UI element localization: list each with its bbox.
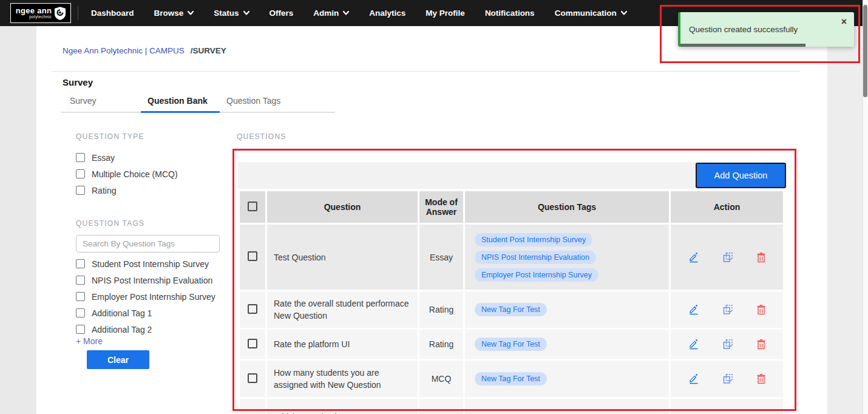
nav-item-label: My Profile [426, 8, 465, 18]
checkbox[interactable] [76, 259, 85, 268]
checkbox[interactable] [76, 292, 85, 301]
filter-tag-npis-post-internship-evaluation[interactable]: NPIS Post Internship Evaluation [76, 272, 215, 288]
duplicate-button[interactable] [722, 373, 733, 384]
breadcrumb: Ngee Ann Polytechnic | CAMPUS /SURVEY [63, 46, 226, 55]
question-tags: New Tag For Test [475, 338, 669, 351]
delete-button[interactable] [756, 304, 766, 315]
nav-item-label: Analytics [369, 8, 405, 18]
edit-button[interactable] [688, 373, 699, 384]
scrollbar-thumb[interactable] [863, 5, 867, 97]
trash-icon [756, 373, 766, 384]
header-divider [52, 71, 800, 72]
table-row: Test QuestionEssayStudent Post Internshi… [240, 225, 783, 290]
checkbox[interactable] [76, 325, 85, 334]
edit-button[interactable] [688, 304, 699, 315]
question-text: Which organization you are New Question [267, 399, 418, 414]
tag-pill: New Tag For Test [475, 338, 547, 351]
copy-icon [722, 304, 733, 315]
duplicate-button[interactable] [722, 252, 733, 263]
tab-survey[interactable]: Survey [70, 96, 97, 106]
table-row: Which organization you are New QuestionM… [240, 399, 783, 414]
duplicate-button[interactable] [722, 339, 733, 350]
trash-icon [756, 252, 766, 263]
copy-icon [722, 252, 733, 263]
close-icon[interactable]: × [841, 16, 847, 27]
question-text: Test Question [267, 225, 418, 290]
filter-tag-student-post-internship-survey[interactable]: Student Post Internship Survey [76, 256, 215, 272]
question-text: Rate the overall student performace New … [267, 291, 418, 328]
checkbox[interactable] [76, 308, 85, 317]
delete-button[interactable] [756, 373, 766, 384]
edit-button[interactable] [688, 252, 699, 263]
toast-progress-bar [680, 44, 805, 47]
filter-type-essay[interactable]: Essay [76, 149, 178, 166]
question-tags: New Tag For Test [475, 303, 669, 316]
column-header-question: Question [267, 191, 418, 223]
logo-line1: ngee ann [16, 7, 52, 15]
logo-text: ngee ann polytechnic [16, 7, 52, 19]
row-actions [671, 373, 783, 384]
nav-item-communication[interactable]: Communication [555, 8, 627, 18]
tag-pill: Employer Post Internship Survey [475, 268, 598, 282]
column-header-tags: Question Tags [465, 191, 669, 223]
tab-question-tags[interactable]: Question Tags [226, 96, 280, 106]
row-actions [671, 252, 783, 263]
nav-item-notifications[interactable]: Notifications [485, 8, 535, 18]
edit-button[interactable] [688, 339, 699, 350]
table-row: Rate the platform UIRatingNew Tag For Te… [240, 330, 783, 359]
toast-notification: Question created successfully × [678, 12, 854, 47]
option-label: Multiple Choice (MCQ) [92, 169, 178, 179]
table-row: How many students you are assigned with … [240, 361, 783, 397]
ngee-ann-logo[interactable]: ngee ann polytechnic [10, 3, 71, 23]
nav-item-status[interactable]: Status [214, 8, 249, 18]
nav-item-label: Offers [270, 8, 294, 18]
mode-of-answer: MCQ [419, 399, 463, 414]
nav-item-label: Dashboard [91, 8, 134, 18]
scrollbar-track[interactable] [863, 0, 868, 414]
left-gutter [0, 26, 36, 414]
clear-button[interactable]: Clear [87, 350, 149, 369]
pencil-icon [688, 373, 699, 384]
tag-pill: Student Post Internship Survey [475, 233, 592, 246]
filter-tag-additional-tag-1[interactable]: Additional Tag 1 [76, 305, 215, 321]
option-label: Student Post Internship Survey [92, 259, 209, 269]
nav-item-label: Communication [555, 8, 617, 18]
chevron-down-icon [188, 11, 194, 15]
tag-pill: New Tag For Test [475, 372, 547, 385]
trash-icon [756, 339, 766, 350]
delete-button[interactable] [756, 252, 766, 263]
search-input[interactable] [76, 235, 220, 253]
delete-button[interactable] [756, 339, 766, 350]
nav-item-admin[interactable]: Admin [313, 8, 349, 18]
row-checkbox[interactable] [248, 339, 257, 348]
checkbox[interactable] [76, 153, 85, 162]
option-label: Employer Post Internship Survey [92, 292, 215, 302]
row-checkbox[interactable] [248, 251, 257, 261]
nav-item-my-profile[interactable]: My Profile [426, 8, 465, 18]
row-checkbox[interactable] [248, 373, 257, 383]
breadcrumb-campus-link[interactable]: Ngee Ann Polytechnic | CAMPUS [63, 46, 185, 55]
add-question-button[interactable]: Add Question [696, 163, 786, 188]
select-all-checkbox[interactable] [248, 202, 257, 211]
nav-item-analytics[interactable]: Analytics [369, 8, 405, 18]
filter-tag-employer-post-internship-survey[interactable]: Employer Post Internship Survey [76, 288, 215, 305]
filter-type-multiple-choice-mcq-[interactable]: Multiple Choice (MCQ) [76, 166, 178, 182]
nav-item-offers[interactable]: Offers [270, 8, 294, 18]
nav-item-browse[interactable]: Browse [154, 8, 194, 18]
checkbox[interactable] [76, 186, 85, 195]
filter-type-rating[interactable]: Rating [76, 182, 178, 199]
copy-icon [722, 339, 733, 350]
row-checkbox[interactable] [248, 304, 257, 314]
filter-tag-additional-tag-2[interactable]: Additional Tag 2 [76, 321, 215, 338]
more-link[interactable]: + More [76, 336, 103, 346]
duplicate-button[interactable] [722, 304, 733, 315]
nav-divider [78, 6, 78, 20]
nav-item-dashboard[interactable]: Dashboard [91, 8, 134, 18]
checkbox[interactable] [76, 169, 85, 178]
option-label: NPIS Post Internship Evaluation [92, 276, 212, 285]
column-header-action: Action [671, 191, 783, 223]
question-text: How many students you are assigned with … [267, 361, 418, 397]
tab-question-bank[interactable]: Question Bank [147, 96, 208, 106]
page-title: Survey [63, 77, 93, 87]
checkbox[interactable] [76, 276, 85, 285]
